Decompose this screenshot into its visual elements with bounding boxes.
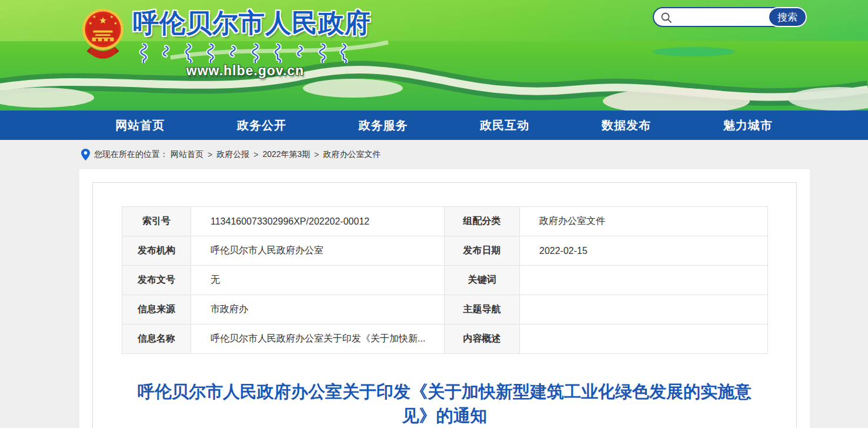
nav-item-home[interactable]: 网站首页	[79, 111, 201, 140]
meta-label-keywords: 关键词	[445, 266, 520, 295]
meta-value-keywords	[520, 266, 768, 295]
meta-label-category: 组配分类	[445, 207, 520, 236]
document-meta-table: 索引号 1134160073302996XP/202202-00012 组配分类…	[122, 206, 768, 354]
nav-link-home[interactable]: 网站首页	[115, 111, 165, 140]
nav-item-data-release[interactable]: 数据发布	[566, 111, 687, 140]
meta-value-category: 政府办公室文件	[520, 207, 768, 236]
meta-value-topic-navigation	[520, 295, 768, 325]
article-title: 呼伦贝尔市人民政府办公室关于印发《关于加快新型建筑工业化绿色发展的实施意见》的通…	[122, 380, 767, 428]
mongolian-script-icon	[139, 43, 352, 63]
content-card: 索引号 1134160073302996XP/202202-00012 组配分类…	[79, 169, 810, 428]
meta-label-topic-navigation: 主题导航	[445, 295, 520, 325]
location-pin-icon	[81, 149, 90, 160]
meta-label-publish-date: 发布日期	[445, 236, 520, 266]
meta-label-document-number: 发布文号	[122, 266, 191, 295]
nav-link-charming-city[interactable]: 魅力城市	[723, 111, 773, 140]
nav-item-gov-services[interactable]: 政务服务	[322, 111, 444, 140]
nav-item-interaction[interactable]: 政民互动	[444, 111, 566, 140]
breadcrumb-separator: >	[314, 150, 319, 159]
nav-item-charming-city[interactable]: 魅力城市	[687, 111, 809, 140]
table-row: 信息来源 市政府办 主题导航	[122, 295, 768, 325]
search-input[interactable]	[654, 8, 834, 26]
meta-label-index-number: 索引号	[122, 207, 191, 236]
breadcrumb-separator: >	[208, 150, 212, 159]
table-row: 信息名称 呼伦贝尔市人民政府办公室关于印发《关于加快新... 内容概述	[122, 325, 768, 354]
svg-text:★: ★	[109, 14, 113, 19]
site-title: 呼伦贝尔市人民政府	[133, 8, 371, 37]
meta-value-content-summary	[520, 325, 768, 354]
breadcrumb-prefix: 您现在所在的位置：	[94, 149, 168, 160]
main-navigation: 网站首页 政务公开 政务服务 政民互动 数据发布 魅力城市	[0, 111, 868, 140]
table-row: 发布机构 呼伦贝尔市人民政府办公室 发布日期 2022-02-15	[122, 236, 768, 266]
meta-value-info-name: 呼伦贝尔市人民政府办公室关于印发《关于加快新...	[191, 325, 445, 354]
breadcrumb-link-home[interactable]: 网站首页	[171, 149, 203, 160]
nav-link-data-release[interactable]: 数据发布	[602, 111, 651, 140]
breadcrumb-separator: >	[253, 150, 258, 159]
meta-label-issuing-agency: 发布机构	[122, 236, 191, 266]
site-logo-link[interactable]: ★ ★ ★ ★ ★ 呼伦贝尔市人民政府	[81, 6, 358, 79]
nav-link-gov-services[interactable]: 政务服务	[359, 111, 408, 140]
meta-value-info-source: 市政府办	[191, 295, 445, 325]
table-row: 发布文号 无 关键词	[122, 266, 768, 295]
search-icon	[660, 12, 672, 24]
nav-link-gov-disclosure[interactable]: 政务公开	[237, 111, 286, 140]
meta-label-content-summary: 内容概述	[445, 325, 520, 354]
national-emblem-icon: ★ ★ ★ ★ ★	[81, 6, 125, 66]
meta-label-info-name: 信息名称	[122, 325, 191, 354]
search-button[interactable]: 搜索	[768, 7, 807, 27]
table-row: 索引号 1134160073302996XP/202202-00012 组配分类…	[122, 207, 768, 236]
nav-link-interaction[interactable]: 政民互动	[480, 111, 529, 140]
meta-label-info-source: 信息来源	[122, 295, 191, 325]
breadcrumb: 您现在所在的位置： 网站首页 > 政府公报 > 2022年第3期 > 政府办公室…	[0, 140, 868, 169]
svg-text:★: ★	[113, 21, 118, 26]
breadcrumb-link-gazette[interactable]: 政府公报	[216, 149, 249, 160]
meta-value-index-number: 1134160073302996XP/202202-00012	[191, 207, 445, 236]
meta-value-issuing-agency: 呼伦贝尔市人民政府办公室	[191, 236, 445, 266]
document-panel: 索引号 1134160073302996XP/202202-00012 组配分类…	[92, 182, 797, 428]
search-bar: 搜索	[653, 7, 807, 27]
site-url: www.hlbe.gov.cn	[186, 63, 304, 78]
nav-item-gov-disclosure[interactable]: 政务公开	[201, 111, 323, 140]
meta-value-publish-date: 2022-02-15	[520, 236, 768, 266]
svg-text:★: ★	[88, 21, 92, 26]
site-banner: ★ ★ ★ ★ ★ 呼伦贝尔市人民政府	[0, 0, 868, 111]
meta-value-document-number: 无	[191, 266, 445, 295]
breadcrumb-link-issue[interactable]: 2022年第3期	[262, 149, 310, 160]
breadcrumb-link-office-docs[interactable]: 政府办公室文件	[323, 149, 381, 160]
svg-text:★: ★	[99, 15, 107, 25]
svg-text:★: ★	[92, 14, 96, 19]
